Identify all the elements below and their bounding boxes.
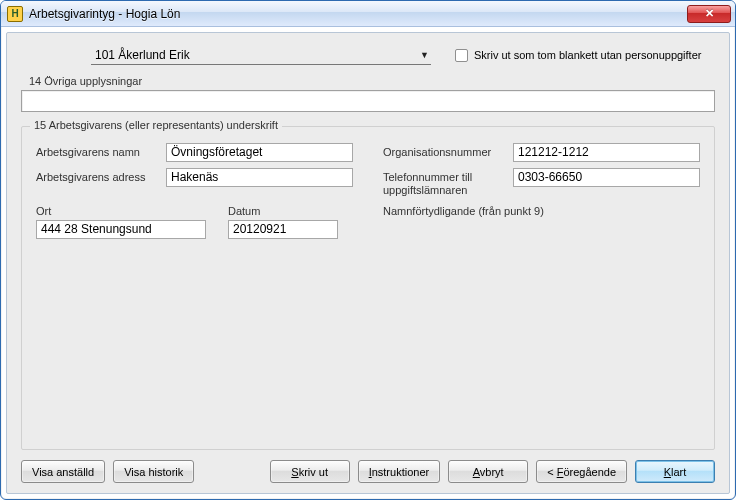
skriv-ut-button[interactable]: Skriv ut [270, 460, 350, 483]
foregaende-rest: öregående [563, 466, 616, 478]
phone-label: Telefonnummer till uppgiftslämnaren [383, 168, 513, 197]
window-title: Arbetsgivarintyg - Hogia Lön [29, 7, 687, 21]
close-button[interactable]: ✕ [687, 5, 731, 23]
blank-print-row: Skriv ut som tom blankett utan personupp… [455, 49, 701, 62]
blank-print-label: Skriv ut som tom blankett utan personupp… [474, 49, 701, 61]
foregaende-button[interactable]: < Föregående [536, 460, 627, 483]
instruktioner-rest: nstruktioner [372, 466, 429, 478]
section-15-right: Organisationsnummer 121212-1212 Telefonn… [383, 143, 700, 239]
klart-rest: lart [671, 466, 686, 478]
skriv-ut-rest: kriv ut [299, 466, 328, 478]
section-14-label: 14 Övriga upplysningar [25, 75, 146, 87]
titlebar: H Arbetsgivarintyg - Hogia Lön ✕ [1, 1, 735, 27]
section-15-left: Arbetsgivarens namn Övningsföretaget Arb… [36, 143, 353, 239]
section-15: 15 Arbetsgivarens (eller representants) … [21, 126, 715, 450]
instruktioner-button[interactable]: Instruktioner [358, 460, 441, 483]
datum-label: Datum [228, 205, 338, 217]
section-15-columns: Arbetsgivarens namn Övningsföretaget Arb… [36, 143, 700, 239]
section-15-label: 15 Arbetsgivarens (eller representants) … [30, 119, 282, 131]
close-icon: ✕ [705, 7, 714, 20]
employer-name-input[interactable]: Övningsföretaget [166, 143, 353, 162]
employee-dropdown[interactable]: 101 Åkerlund Erik ▼ [91, 45, 431, 65]
visa-anstalld-button[interactable]: Visa anställd [21, 460, 105, 483]
other-info-input[interactable] [21, 90, 715, 112]
ort-datum-row: Ort 444 28 Stenungsund Datum 20120921 [36, 205, 353, 239]
datum-input[interactable]: 20120921 [228, 220, 338, 239]
phone-input[interactable]: 0303-66650 [513, 168, 700, 187]
ort-input[interactable]: 444 28 Stenungsund [36, 220, 206, 239]
orgnr-input[interactable]: 121212-1212 [513, 143, 700, 162]
app-icon: H [7, 6, 23, 22]
chevron-down-icon: ▼ [420, 50, 429, 60]
top-row: 101 Åkerlund Erik ▼ Skriv ut som tom bla… [21, 45, 715, 65]
dialog-window: H Arbetsgivarintyg - Hogia Lön ✕ 101 Åke… [0, 0, 736, 500]
signature-note: Namnförtydligande (från punkt 9) [383, 205, 700, 217]
employer-address-label: Arbetsgivarens adress [36, 168, 166, 184]
blank-print-checkbox[interactable] [455, 49, 468, 62]
klart-button[interactable]: Klart [635, 460, 715, 483]
button-bar: Visa anställd Visa historik Skriv ut Ins… [21, 450, 715, 483]
visa-historik-button[interactable]: Visa historik [113, 460, 194, 483]
ort-label: Ort [36, 205, 206, 217]
client-area: 101 Åkerlund Erik ▼ Skriv ut som tom bla… [6, 32, 730, 494]
employee-dropdown-value: 101 Åkerlund Erik [95, 48, 190, 62]
avbryt-rest: vbryt [480, 466, 504, 478]
avbryt-button[interactable]: Avbryt [448, 460, 528, 483]
orgnr-label: Organisationsnummer [383, 143, 513, 159]
employer-name-label: Arbetsgivarens namn [36, 143, 166, 159]
employer-address-input[interactable]: Hakenäs [166, 168, 353, 187]
